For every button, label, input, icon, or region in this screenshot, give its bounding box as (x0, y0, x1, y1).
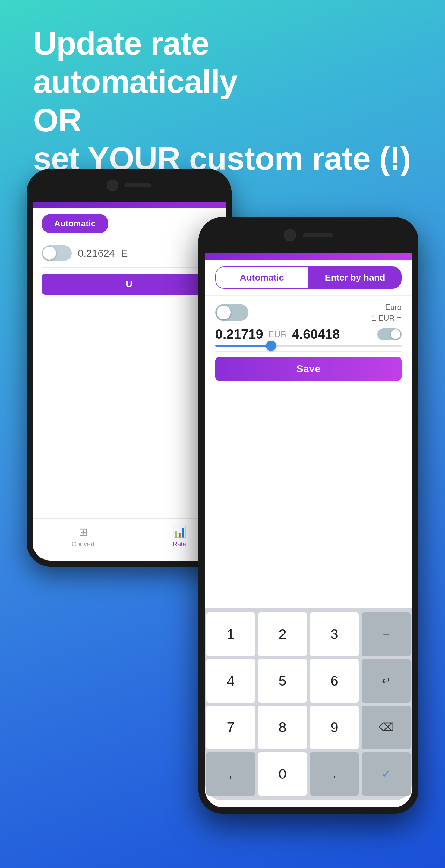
front-tab-automatic[interactable]: Automatic (215, 267, 308, 289)
back-nav-rate[interactable]: 📊 Rate (173, 526, 186, 548)
key-period[interactable]: . (310, 752, 359, 796)
front-slider-thumb[interactable] (266, 341, 276, 351)
front-phone-speaker (303, 233, 333, 238)
key-3[interactable]: 3 (310, 613, 359, 656)
front-tab-enter-by-hand[interactable]: Enter by hand (308, 267, 402, 289)
back-phone-camera (107, 180, 118, 191)
key-5[interactable]: 5 (258, 659, 307, 703)
back-phone-notch (27, 169, 232, 202)
front-phone-camera (284, 229, 296, 241)
back-toggle-row: 0.21624 E (33, 239, 226, 267)
back-rate-currency: E (121, 247, 128, 259)
front-toggle-row: Euro 1 EUR = (215, 302, 402, 324)
front-divider (215, 351, 402, 352)
front-content-area: Euro 1 EUR = 0.21719 EUR 4.60418 (205, 296, 412, 387)
key-confirm[interactable]: ✓ (362, 752, 411, 796)
key-0[interactable]: 0 (258, 752, 307, 796)
front-tab-row: Automatic Enter by hand (205, 260, 412, 296)
front-slider-container (215, 345, 402, 347)
front-euro-info: Euro 1 EUR = (372, 302, 402, 324)
front-save-button[interactable]: Save (215, 357, 402, 381)
key-return[interactable]: ↵ (362, 659, 411, 703)
key-4[interactable]: 4 (206, 659, 255, 703)
front-rate-equals: 4.60418 (292, 327, 373, 342)
key-comma[interactable]: , (206, 752, 255, 796)
back-tab-automatic[interactable]: Automatic (41, 214, 108, 233)
key-8[interactable]: 8 (258, 706, 307, 749)
rate-icon: 📊 (173, 526, 186, 538)
back-phone-speaker (124, 183, 151, 187)
key-7[interactable]: 7 (206, 706, 255, 749)
back-rate-value: 0.21624 (78, 247, 115, 259)
hero-title: Update rate automatically OR set YOUR cu… (33, 24, 412, 178)
back-save-button[interactable]: U (41, 274, 216, 295)
numeric-keyboard: 1 2 3 − 4 5 6 ↵ 7 8 9 ⌫ , 0 . ✓ (205, 608, 412, 801)
grid-icon: ⊞ (79, 526, 88, 538)
key-2[interactable]: 2 (258, 613, 307, 656)
hero-section: Update rate automatically OR set YOUR cu… (33, 24, 412, 178)
back-nav-convert[interactable]: ⊞ Convert (71, 526, 95, 548)
key-1[interactable]: 1 (206, 613, 255, 656)
front-toggle-small[interactable] (378, 328, 402, 340)
front-rate-value: 0.21719 (215, 327, 263, 342)
front-slider-fill (215, 345, 271, 347)
key-backspace[interactable]: ⌫ (362, 706, 411, 749)
front-phone: Rate Automatic Enter by hand Euro 1 EUR … (198, 217, 418, 814)
back-divider (41, 267, 216, 268)
key-minus[interactable]: − (362, 613, 411, 656)
back-phone-screen: Rate Automatic 0.21624 E U ⊞ Convert 📊 (33, 175, 226, 561)
back-tab-row: Automatic (33, 208, 226, 239)
front-slider-track[interactable] (215, 345, 402, 347)
key-6[interactable]: 6 (310, 659, 359, 703)
front-phone-notch (198, 217, 418, 253)
front-phone-screen: Rate Automatic Enter by hand Euro 1 EUR … (205, 224, 412, 807)
key-9[interactable]: 9 (310, 706, 359, 749)
back-bottom-nav: ⊞ Convert 📊 Rate (33, 518, 226, 555)
back-toggle[interactable] (41, 245, 72, 261)
front-rate-row: 0.21719 EUR 4.60418 (215, 327, 402, 342)
phones-container: Rate Automatic 0.21624 E U ⊞ Convert 📊 (27, 169, 418, 832)
front-toggle[interactable] (215, 304, 248, 321)
front-rate-currency: EUR (268, 329, 287, 339)
